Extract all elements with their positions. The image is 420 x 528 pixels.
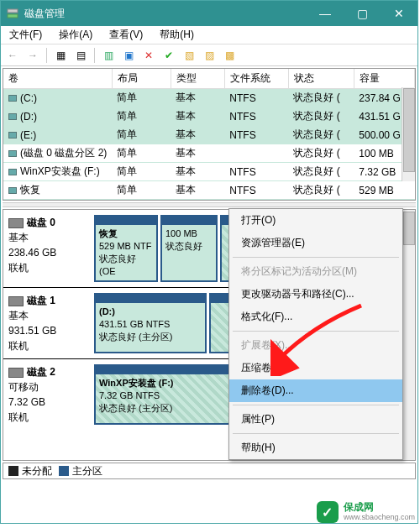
disk-info: 磁盘 2可移动7.32 GB联机	[3, 359, 94, 430]
legend-unallocated-swatch	[8, 466, 18, 476]
watermark-brand: 保成网	[344, 502, 415, 513]
watermark-badge-icon: ✓	[317, 501, 339, 523]
hdd-icon	[8, 296, 24, 306]
watermark-url: www.sbaocheng.com	[344, 514, 415, 522]
table-row[interactable]: 恢复简单基本NTFS状态良好 (529 MB	[3, 181, 415, 200]
ctx-extend[interactable]: 扩展卷(X)...	[229, 334, 402, 357]
close-button[interactable]: ✕	[381, 1, 417, 26]
col-layout[interactable]: 布局	[112, 69, 171, 89]
tool-button-a[interactable]: ▧	[181, 47, 197, 64]
table-row[interactable]: (磁盘 0 磁盘分区 2)简单基本状态良好 (100 MB	[3, 144, 415, 163]
volume-list: 卷 布局 类型 文件系统 状态 容量 (C:)简单基本NTFS状态良好 (237…	[3, 68, 416, 201]
ctx-delete-volume[interactable]: 删除卷(D)...	[229, 379, 402, 402]
separator	[46, 48, 47, 63]
menu-view[interactable]: 查看(V)	[104, 26, 148, 44]
hdd-icon	[8, 218, 24, 228]
legend-unallocated-label: 未分配	[22, 465, 52, 477]
menu-help[interactable]: 帮助(H)	[155, 26, 199, 44]
volume-icon	[8, 95, 17, 102]
maximize-button[interactable]: ▢	[344, 1, 381, 26]
window-title: 磁盘管理	[24, 7, 307, 21]
ctx-properties[interactable]: 属性(P)	[229, 408, 402, 431]
ctx-change-drive[interactable]: 更改驱动器号和路径(C)...	[229, 283, 402, 306]
ctx-open[interactable]: 打开(O)	[229, 209, 402, 232]
volume-icon	[8, 150, 17, 157]
ctx-explorer[interactable]: 资源管理器(E)	[229, 232, 402, 254]
partition[interactable]: 恢复529 MB NTF状态良好 (OE	[94, 215, 158, 282]
partition[interactable]: (D:)431.51 GB NTFS状态良好 (主分区)	[94, 293, 207, 353]
ctx-format[interactable]: 格式化(F)...	[229, 306, 402, 328]
tool-button-c[interactable]: ▩	[221, 47, 238, 64]
app-icon	[6, 7, 19, 20]
view-button-1[interactable]: ▦	[52, 47, 69, 64]
hdd-icon	[8, 368, 24, 378]
table-row[interactable]: (C:)简单基本NTFS状态良好 (237.84 G	[3, 89, 415, 107]
col-volume[interactable]: 卷	[3, 69, 112, 89]
ctx-separator	[233, 257, 399, 258]
legend-primary-label: 主分区	[72, 465, 102, 477]
back-button[interactable]: ←	[4, 47, 21, 64]
watermark: ✓ 保成网 www.sbaocheng.com	[317, 501, 415, 523]
table-row[interactable]: WinXP安装盘 (F:)简单基本NTFS状态良好 (7.32 GB	[3, 163, 415, 181]
svg-rect-0	[8, 9, 18, 13]
volume-icon	[8, 169, 17, 175]
col-fs[interactable]: 文件系统	[224, 69, 288, 89]
col-type[interactable]: 类型	[171, 69, 224, 89]
volume-icon	[8, 113, 17, 120]
splitter[interactable]	[3, 202, 416, 207]
table-row[interactable]: (E:)简单基本NTFS状态良好 (500.00 G	[3, 126, 415, 144]
refresh-button[interactable]: ▥	[100, 47, 117, 64]
disk-info: 磁盘 1基本931.51 GB联机	[3, 288, 94, 358]
col-capacity[interactable]: 容量	[354, 69, 414, 89]
ctx-mark-active[interactable]: 将分区标记为活动分区(M)	[229, 260, 402, 283]
svg-rect-1	[8, 14, 18, 18]
table-row[interactable]: (D:)简单基本NTFS状态良好 (431.51 G	[3, 107, 415, 126]
delete-x-icon[interactable]: ✕	[140, 47, 157, 64]
separator	[94, 48, 95, 63]
titlebar: 磁盘管理 — ▢ ✕	[1, 1, 417, 26]
menu-file[interactable]: 文件(F)	[4, 26, 47, 44]
context-menu: 打开(O) 资源管理器(E) 将分区标记为活动分区(M) 更改驱动器号和路径(C…	[228, 208, 403, 460]
disk-scrollbar[interactable]	[402, 210, 415, 460]
toolbar: ← → ▦ ▤ ▥ ▣ ✕ ✔ ▧ ▨ ▩	[1, 44, 417, 66]
settings-button[interactable]: ▣	[120, 47, 137, 64]
legend: 未分配 主分区	[3, 463, 416, 479]
view-button-2[interactable]: ▤	[72, 47, 89, 64]
forward-button[interactable]: →	[24, 47, 41, 64]
volume-icon	[8, 132, 17, 139]
ctx-separator	[233, 405, 399, 405]
legend-primary-swatch	[59, 466, 69, 476]
disk-info: 磁盘 0基本238.46 GB联机	[3, 210, 94, 287]
partition[interactable]: 100 MB状态良好	[160, 215, 218, 282]
menubar: 文件(F) 操作(A) 查看(V) 帮助(H)	[1, 26, 417, 44]
menu-action[interactable]: 操作(A)	[54, 26, 97, 44]
check-icon[interactable]: ✔	[160, 47, 177, 64]
tool-button-b[interactable]: ▨	[201, 47, 218, 64]
col-status[interactable]: 状态	[288, 69, 354, 89]
minimize-button[interactable]: —	[307, 1, 344, 26]
ctx-separator	[233, 433, 399, 434]
volume-icon	[8, 187, 17, 194]
volume-scrollbar[interactable]	[402, 87, 415, 181]
ctx-shrink[interactable]: 压缩卷(H)...	[229, 357, 402, 379]
ctx-separator	[233, 331, 399, 332]
ctx-help[interactable]: 帮助(H)	[229, 437, 402, 459]
